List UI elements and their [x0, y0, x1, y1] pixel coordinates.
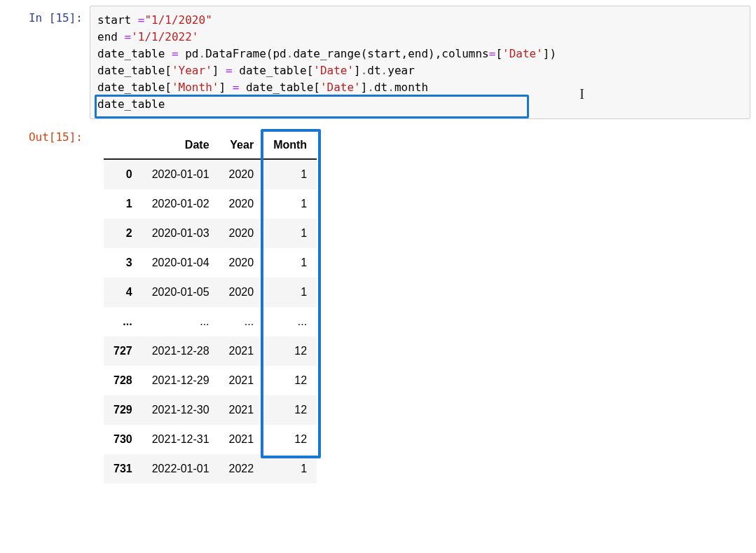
cell-year: 2021	[219, 336, 264, 366]
cell-month: 1	[263, 159, 317, 189]
row-index: ...	[104, 307, 142, 336]
row-index: 729	[104, 395, 142, 425]
text-cursor-icon: I	[579, 83, 584, 104]
index-header	[104, 132, 142, 159]
cell-year: 2022	[219, 454, 264, 484]
row-index: 731	[104, 454, 142, 484]
table-row: 32020-01-0420201	[104, 248, 317, 278]
cell-month: 1	[263, 219, 317, 248]
cell-month: 12	[263, 425, 317, 454]
cell-month: 1	[263, 248, 317, 278]
cell-date: 2021-12-30	[142, 395, 219, 425]
output-cell: Out[15]: Date Year Month 02020-01-012020…	[6, 125, 750, 484]
code-line-1: start ="1/1/2020"	[97, 13, 212, 27]
cell-year: 2021	[219, 395, 264, 425]
table-row: 7312022-01-0120221	[104, 454, 317, 484]
output-area: Date Year Month 02020-01-012020112020-01…	[90, 125, 750, 484]
cell-date: 2020-01-03	[142, 219, 219, 248]
ellipsis-row: ............	[104, 307, 317, 336]
cell-year: 2020	[219, 248, 264, 278]
code-line-4: date_table['Year'] = date_table['Date'].…	[97, 64, 415, 77]
cell-year: 2020	[219, 278, 264, 307]
cell-year: 2020	[219, 159, 264, 189]
dataframe-table: Date Year Month 02020-01-012020112020-01…	[104, 132, 317, 484]
table-row: 42020-01-0520201	[104, 278, 317, 307]
cell-month: 1	[263, 189, 317, 219]
cell-date: ...	[142, 307, 219, 336]
row-index: 3	[104, 248, 142, 278]
row-index: 2	[104, 219, 142, 248]
cell-year: 2021	[219, 366, 264, 395]
cell-date: 2021-12-29	[142, 366, 219, 395]
cell-date: 2020-01-04	[142, 248, 219, 278]
table-row: 12020-01-0220201	[104, 189, 317, 219]
row-index: 0	[104, 159, 142, 189]
row-index: 728	[104, 366, 142, 395]
row-index: 1	[104, 189, 142, 219]
table-row: 22020-01-0320201	[104, 219, 317, 248]
col-month: Month	[263, 132, 317, 159]
table-row: 02020-01-0120201	[104, 159, 317, 189]
cell-date: 2020-01-02	[142, 189, 219, 219]
cell-date: 2020-01-05	[142, 278, 219, 307]
cell-date: 2021-12-31	[142, 425, 219, 454]
row-index: 730	[104, 425, 142, 454]
code-editor[interactable]: start ="1/1/2020" end ='1/1/2022' date_t…	[90, 6, 750, 119]
cell-month: ...	[263, 307, 317, 336]
cell-date: 2022-01-01	[142, 454, 219, 484]
output-prompt: Out[15]:	[6, 125, 90, 144]
table-header-row: Date Year Month	[104, 132, 317, 159]
input-cell: In [15]: start ="1/1/2020" end ='1/1/202…	[6, 6, 750, 119]
cell-month: 1	[263, 278, 317, 307]
col-date: Date	[142, 132, 219, 159]
cell-year: ...	[219, 307, 264, 336]
cell-date: 2021-12-28	[142, 336, 219, 366]
table-row: 7282021-12-29202112	[104, 366, 317, 395]
cell-month: 12	[263, 395, 317, 425]
table-row: 7302021-12-31202112	[104, 425, 317, 454]
cell-month: 1	[263, 454, 317, 484]
code-line-2: end ='1/1/2022'	[97, 30, 199, 43]
code-line-5: date_table['Month'] = date_table['Date']…	[97, 81, 428, 94]
input-prompt: In [15]:	[6, 6, 90, 25]
code-line-3: date_table = pd.DataFrame(pd.date_range(…	[97, 47, 556, 60]
row-index: 727	[104, 336, 142, 366]
code-line-6: date_table	[97, 97, 165, 111]
cell-year: 2020	[219, 219, 264, 248]
cell-month: 12	[263, 336, 317, 366]
table-row: 7272021-12-28202112	[104, 336, 317, 366]
cell-month: 12	[263, 366, 317, 395]
col-year: Year	[219, 132, 264, 159]
cell-year: 2020	[219, 189, 264, 219]
cell-year: 2021	[219, 425, 264, 454]
cell-date: 2020-01-01	[142, 159, 219, 189]
row-index: 4	[104, 278, 142, 307]
table-row: 7292021-12-30202112	[104, 395, 317, 425]
